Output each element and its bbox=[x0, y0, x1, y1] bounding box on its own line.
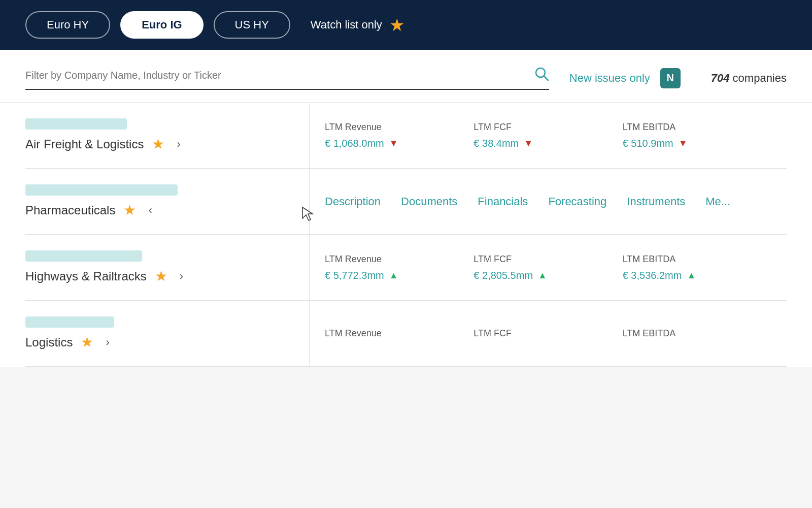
metric-ebitda: LTM EBITDA bbox=[623, 328, 771, 339]
nav-tab-description[interactable]: Description bbox=[325, 195, 381, 208]
company-star-icon[interactable]: ★ bbox=[155, 268, 167, 284]
metric-label: LTM FCF bbox=[473, 254, 622, 265]
table-row: Pharmaceuticals ★ ‹ Description Document… bbox=[25, 169, 787, 235]
svg-line-1 bbox=[544, 76, 548, 80]
tab-us-hy[interactable]: US HY bbox=[214, 11, 290, 39]
metric-ebitda: LTM EBITDA € 510.9mm ▼ bbox=[623, 122, 771, 149]
metric-fcf: LTM FCF € 38.4mm ▼ bbox=[473, 122, 622, 149]
trend-down-icon: ▼ bbox=[389, 138, 398, 149]
trend-down-icon: ▼ bbox=[679, 138, 688, 149]
nav-tab-forecasting[interactable]: Forecasting bbox=[548, 195, 606, 208]
companies-count: 704 companies bbox=[711, 72, 787, 85]
company-bar bbox=[25, 118, 127, 130]
trend-up-icon: ▲ bbox=[538, 270, 547, 281]
company-name: Pharmaceuticals bbox=[25, 203, 115, 217]
metrics-panel: LTM Revenue € 5,772.3mm ▲ LTM FCF € 2,80… bbox=[310, 235, 787, 300]
search-input-wrapper bbox=[25, 66, 549, 90]
company-list: Air Freight & Logistics ★ › LTM Revenue … bbox=[0, 103, 812, 367]
table-row: Air Freight & Logistics ★ › LTM Revenue … bbox=[25, 103, 787, 169]
metric-fcf: LTM FCF bbox=[473, 328, 622, 339]
metrics-panel: LTM Revenue € 1,068.0mm ▼ LTM FCF € 38.4… bbox=[310, 103, 787, 168]
trend-up-icon: ▲ bbox=[687, 270, 696, 281]
company-name: Highways & Railtracks bbox=[25, 269, 147, 283]
metric-revenue: LTM Revenue € 1,068.0mm ▼ bbox=[325, 122, 473, 149]
expand-button[interactable]: › bbox=[176, 270, 187, 283]
metric-value: € 38.4mm bbox=[473, 138, 519, 149]
expand-button[interactable]: › bbox=[101, 336, 113, 349]
watchlist-label: Watch list only bbox=[311, 18, 382, 31]
trend-up-icon: ▲ bbox=[389, 270, 398, 281]
company-star-icon[interactable]: ★ bbox=[152, 136, 164, 152]
company-left-pharma: Pharmaceuticals ★ ‹ bbox=[25, 169, 310, 234]
company-left-air-freight: Air Freight & Logistics ★ › bbox=[25, 103, 310, 168]
company-name: Logistics bbox=[25, 335, 73, 350]
nav-tab-financials[interactable]: Financials bbox=[478, 195, 528, 208]
expand-button[interactable]: › bbox=[173, 138, 184, 151]
tab-euro-ig[interactable]: Euro IG bbox=[120, 11, 203, 39]
company-bar bbox=[25, 184, 178, 196]
company-star-icon[interactable]: ★ bbox=[81, 334, 93, 351]
metrics-panel: LTM Revenue LTM FCF LTM EBITDA bbox=[310, 301, 787, 366]
metric-label: LTM Revenue bbox=[325, 254, 473, 265]
metric-label: LTM FCF bbox=[473, 122, 622, 133]
metric-label: LTM FCF bbox=[473, 328, 622, 339]
table-row: Highways & Railtracks ★ › LTM Revenue € … bbox=[25, 235, 787, 301]
search-input[interactable] bbox=[25, 70, 528, 81]
company-left-logistics: Logistics ★ › bbox=[25, 301, 310, 366]
nav-tab-more[interactable]: Me... bbox=[705, 195, 730, 208]
metric-revenue: LTM Revenue € 5,772.3mm ▲ bbox=[325, 254, 473, 281]
nav-tab-documents[interactable]: Documents bbox=[401, 195, 457, 208]
nav-tabs-panel: Description Documents Financials Forecas… bbox=[310, 169, 787, 234]
company-bar bbox=[25, 316, 114, 328]
metric-fcf: LTM FCF € 2,805.5mm ▲ bbox=[473, 254, 622, 281]
header: Euro HY Euro IG US HY Watch list only ★ bbox=[0, 0, 812, 50]
metric-label: LTM EBITDA bbox=[623, 254, 771, 265]
metric-value: € 510.9mm bbox=[623, 138, 673, 149]
metric-value: € 2,805.5mm bbox=[473, 270, 533, 281]
metric-revenue: LTM Revenue bbox=[325, 328, 473, 339]
metric-label: LTM EBITDA bbox=[623, 328, 771, 339]
nav-tab-instruments[interactable]: Instruments bbox=[627, 195, 685, 208]
metric-value: € 5,772.3mm bbox=[325, 270, 384, 281]
company-bar bbox=[25, 250, 142, 262]
metric-ebitda: LTM EBITDA € 3,536.2mm ▲ bbox=[623, 254, 771, 281]
watchlist-star-icon[interactable]: ★ bbox=[389, 15, 404, 35]
metric-label: LTM Revenue bbox=[325, 122, 473, 133]
metric-value: € 1,068.0mm bbox=[325, 138, 384, 149]
search-icon-button[interactable] bbox=[534, 66, 549, 85]
table-row: Logistics ★ › LTM Revenue LTM FCF LTM EB… bbox=[25, 301, 787, 367]
metric-label: LTM EBITDA bbox=[623, 122, 771, 133]
trend-down-icon: ▼ bbox=[524, 138, 533, 149]
new-issues-badge[interactable]: N bbox=[660, 68, 681, 88]
company-left-highways: Highways & Railtracks ★ › bbox=[25, 235, 310, 300]
collapse-button[interactable]: ‹ bbox=[144, 204, 156, 217]
new-issues-label: New issues only bbox=[569, 72, 650, 85]
tab-euro-hy[interactable]: Euro HY bbox=[25, 11, 110, 39]
company-name: Air Freight & Logistics bbox=[25, 137, 144, 151]
search-section: New issues only N 704 companies bbox=[0, 50, 812, 103]
metric-value: € 3,536.2mm bbox=[623, 270, 682, 281]
company-star-icon[interactable]: ★ bbox=[123, 202, 136, 218]
main-content: New issues only N 704 companies Air Frei… bbox=[0, 50, 812, 367]
metric-label: LTM Revenue bbox=[325, 328, 473, 339]
watchlist-area: Watch list only ★ bbox=[311, 15, 404, 35]
